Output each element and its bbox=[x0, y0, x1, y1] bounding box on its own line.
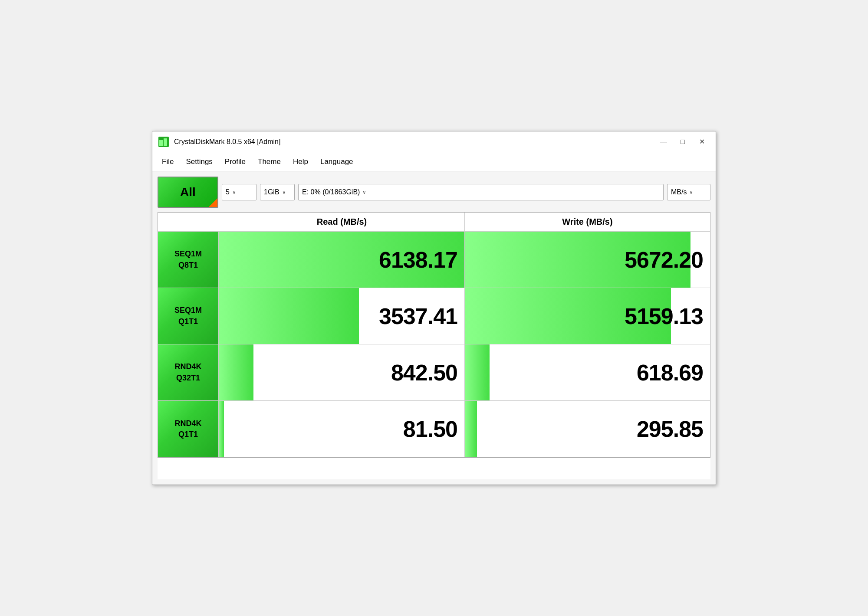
write-value-seq1m-q1t1: 5159.13 bbox=[625, 303, 703, 329]
table-row: SEQ1M Q1T1 3537.41 5159.13 bbox=[158, 288, 710, 344]
row-label-rnd4k-q32t1: RND4K Q32T1 bbox=[158, 344, 219, 400]
drive-dropdown[interactable]: E: 0% (0/1863GiB) ∨ bbox=[298, 184, 664, 200]
write-value-rnd4k-q1t1: 295.85 bbox=[637, 416, 703, 442]
menu-profile[interactable]: Profile bbox=[219, 155, 252, 169]
write-value-rnd4k-q32t1: 618.69 bbox=[637, 360, 703, 386]
app-window: CrystalDiskMark 8.0.5 x64 [Admin] — □ ✕ … bbox=[152, 131, 716, 485]
app-icon bbox=[158, 136, 170, 148]
svg-rect-2 bbox=[164, 138, 167, 146]
read-value-rnd4k-q32t1: 842.50 bbox=[391, 360, 457, 386]
unit-dropdown-arrow: ∨ bbox=[689, 189, 693, 195]
menu-help[interactable]: Help bbox=[287, 155, 314, 169]
minimize-button[interactable]: — bbox=[655, 135, 672, 148]
results-table: Read (MB/s) Write (MB/s) SEQ1M Q8T1 6138… bbox=[158, 212, 710, 458]
row-label-rnd4k-q1t1: RND4K Q1T1 bbox=[158, 401, 219, 457]
read-value-rnd4k-q1t1: 81.50 bbox=[403, 416, 457, 442]
menu-language[interactable]: Language bbox=[314, 155, 359, 169]
read-bar-seq1m-q1t1 bbox=[219, 288, 359, 344]
title-bar-left: CrystalDiskMark 8.0.5 x64 [Admin] bbox=[158, 136, 280, 148]
read-bar-rnd4k-q1t1 bbox=[219, 401, 224, 457]
read-bar-rnd4k-q32t1 bbox=[219, 344, 253, 400]
controls-left: 5 ∨ 1GiB ∨ E: 0% (0/1863GiB) ∨ MB/s ∨ bbox=[222, 184, 710, 200]
runs-dropdown-arrow: ∨ bbox=[232, 189, 236, 195]
read-cell-rnd4k-q1t1: 81.50 bbox=[219, 401, 464, 457]
window-title: CrystalDiskMark 8.0.5 x64 [Admin] bbox=[174, 138, 280, 146]
size-dropdown[interactable]: 1GiB ∨ bbox=[260, 184, 295, 200]
menu-settings[interactable]: Settings bbox=[180, 155, 218, 169]
menu-bar: File Settings Profile Theme Help Languag… bbox=[152, 152, 716, 171]
svg-rect-1 bbox=[159, 140, 163, 146]
write-value-seq1m-q8t1: 5672.20 bbox=[625, 247, 703, 273]
menu-theme[interactable]: Theme bbox=[252, 155, 287, 169]
read-value-seq1m-q1t1: 3537.41 bbox=[379, 303, 457, 329]
write-bar-rnd4k-q1t1 bbox=[465, 401, 477, 457]
unit-dropdown[interactable]: MB/s ∨ bbox=[667, 184, 710, 200]
maximize-button[interactable]: □ bbox=[674, 135, 691, 148]
title-bar: CrystalDiskMark 8.0.5 x64 [Admin] — □ ✕ bbox=[152, 131, 716, 152]
controls-row: All 5 ∨ 1GiB ∨ E: 0% (0/1863GiB) ∨ MB/s … bbox=[158, 177, 710, 208]
write-cell-seq1m-q8t1: 5672.20 bbox=[464, 232, 710, 288]
size-dropdown-arrow: ∨ bbox=[282, 189, 286, 195]
header-write: Write (MB/s) bbox=[464, 213, 710, 231]
header-read: Read (MB/s) bbox=[219, 213, 464, 231]
runs-dropdown[interactable]: 5 ∨ bbox=[222, 184, 256, 200]
close-button[interactable]: ✕ bbox=[693, 135, 710, 148]
header-empty bbox=[158, 213, 219, 231]
table-row: RND4K Q1T1 81.50 295.85 bbox=[158, 401, 710, 457]
main-content: All 5 ∨ 1GiB ∨ E: 0% (0/1863GiB) ∨ MB/s … bbox=[152, 171, 716, 485]
row-label-seq1m-q1t1: SEQ1M Q1T1 bbox=[158, 288, 219, 344]
write-cell-rnd4k-q32t1: 618.69 bbox=[464, 344, 710, 400]
write-cell-seq1m-q1t1: 5159.13 bbox=[464, 288, 710, 344]
table-row: RND4K Q32T1 842.50 618.69 bbox=[158, 344, 710, 401]
status-bar bbox=[158, 458, 710, 479]
table-row: SEQ1M Q8T1 6138.17 5672.20 bbox=[158, 232, 710, 288]
write-bar-rnd4k-q32t1 bbox=[465, 344, 490, 400]
menu-file[interactable]: File bbox=[156, 155, 180, 169]
row-label-seq1m-q8t1: SEQ1M Q8T1 bbox=[158, 232, 219, 288]
read-value-seq1m-q8t1: 6138.17 bbox=[379, 247, 457, 273]
drive-dropdown-arrow: ∨ bbox=[362, 189, 366, 195]
all-button[interactable]: All bbox=[158, 177, 218, 208]
write-cell-rnd4k-q1t1: 295.85 bbox=[464, 401, 710, 457]
read-cell-seq1m-q1t1: 3537.41 bbox=[219, 288, 464, 344]
read-cell-rnd4k-q32t1: 842.50 bbox=[219, 344, 464, 400]
title-bar-controls: — □ ✕ bbox=[655, 135, 710, 148]
read-cell-seq1m-q8t1: 6138.17 bbox=[219, 232, 464, 288]
results-header: Read (MB/s) Write (MB/s) bbox=[158, 213, 710, 232]
